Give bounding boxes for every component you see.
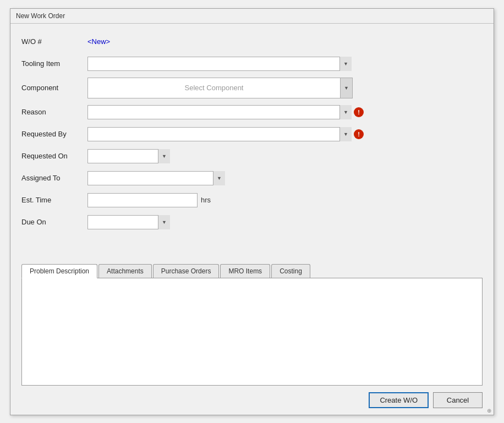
tab-list: Problem Description Attachments Purchase… <box>21 264 483 278</box>
requested-on-dropdown-arrow: ▼ <box>162 153 167 159</box>
due-on-dropdown-btn[interactable]: ▼ <box>158 215 170 229</box>
tab-mro-items[interactable]: MRO Items <box>220 264 270 278</box>
dialog-title: New Work Order <box>16 12 65 20</box>
reason-input[interactable] <box>87 105 352 119</box>
cancel-button[interactable]: Cancel <box>433 392 483 408</box>
assigned-to-row: Assigned To ▼ <box>21 170 483 186</box>
reason-select-wrapper: ▼ <box>87 105 352 119</box>
new-work-order-dialog: New Work Order W/O # <New> Tooling Item … <box>10 8 494 415</box>
tabs-area: Problem Description Attachments Purchase… <box>21 264 483 386</box>
component-row: Component Select Component ▼ <box>21 78 483 98</box>
component-control: Select Component ▼ <box>87 78 483 98</box>
form-area: W/O # <New> Tooling Item 123 ▼ Component <box>10 24 494 259</box>
due-on-select-wrapper: ▼ <box>87 215 170 229</box>
dialog-title-bar: New Work Order <box>10 9 494 24</box>
due-on-dropdown-arrow: ▼ <box>162 219 167 225</box>
requested-by-input[interactable]: -2147483648 <box>87 127 352 141</box>
tab-attachments[interactable]: Attachments <box>98 264 152 278</box>
resize-handle[interactable]: ⊕ <box>487 408 491 414</box>
assigned-to-input[interactable] <box>87 171 225 185</box>
create-wo-button[interactable]: Create W/O <box>369 392 429 408</box>
reason-dropdown-arrow: ▼ <box>343 109 348 115</box>
requested-on-control: 09/14/2017 ▼ <box>87 149 483 163</box>
component-dropdown-arrow: ▼ <box>344 85 349 91</box>
tooling-item-control: 123 ▼ <box>87 57 483 71</box>
est-time-input[interactable]: 0.00 <box>87 193 198 207</box>
est-time-label: Est. Time <box>21 196 87 204</box>
component-placeholder: Select Component <box>185 84 244 92</box>
est-time-row: Est. Time 0.00 hrs <box>21 192 483 208</box>
reason-control: ▼ ! <box>87 105 483 119</box>
tab-costing[interactable]: Costing <box>271 264 310 278</box>
requested-by-error-icon: ! <box>354 129 364 139</box>
est-time-control: 0.00 hrs <box>87 193 483 207</box>
component-label: Component <box>21 84 87 92</box>
tooling-item-label: Tooling Item <box>21 59 87 68</box>
requested-on-row: Requested On 09/14/2017 ▼ <box>21 148 483 164</box>
problem-description-textarea[interactable] <box>26 283 478 379</box>
tooling-item-row: Tooling Item 123 ▼ <box>21 56 483 72</box>
component-wrapper: Select Component ▼ <box>87 78 353 98</box>
wo-row: W/O # <New> <box>21 34 483 50</box>
requested-on-select-wrapper: 09/14/2017 ▼ <box>87 149 170 163</box>
reason-dropdown-btn[interactable]: ▼ <box>339 105 352 119</box>
requested-by-dropdown-arrow: ▼ <box>343 131 348 137</box>
wo-value-wrap: <New> <box>87 37 483 46</box>
wo-label: W/O # <box>21 37 87 46</box>
tooling-item-dropdown-btn[interactable]: ▼ <box>339 57 352 71</box>
reason-label: Reason <box>21 108 87 116</box>
component-select-input[interactable]: Select Component <box>87 78 341 98</box>
requested-by-control: -2147483648 ▼ ! <box>87 127 483 141</box>
due-on-control: ▼ <box>87 215 483 229</box>
wo-value: <New> <box>87 37 110 46</box>
requested-by-label: Requested By <box>21 130 87 138</box>
tab-purchase-orders[interactable]: Purchase Orders <box>153 264 220 278</box>
reason-error-icon: ! <box>354 107 364 117</box>
assigned-to-control: ▼ <box>87 171 483 185</box>
assigned-to-select-wrapper: ▼ <box>87 171 225 185</box>
assigned-to-dropdown-btn[interactable]: ▼ <box>213 171 225 185</box>
component-dropdown-btn[interactable]: ▼ <box>341 78 353 98</box>
requested-on-label: Requested On <box>21 152 87 160</box>
button-row: Create W/O Cancel <box>10 386 494 415</box>
reason-row: Reason ▼ ! <box>21 104 483 120</box>
tooling-item-input[interactable]: 123 <box>87 57 352 71</box>
est-time-unit: hrs <box>201 196 211 204</box>
tooling-item-dropdown-arrow: ▼ <box>343 61 348 67</box>
due-on-row: Due On ▼ <box>21 214 483 230</box>
assigned-to-label: Assigned To <box>21 174 87 182</box>
tooling-item-select-wrapper: 123 ▼ <box>87 57 352 71</box>
requested-by-row: Requested By -2147483648 ▼ ! <box>21 126 483 142</box>
requested-on-dropdown-btn[interactable]: ▼ <box>158 149 170 163</box>
assigned-to-dropdown-arrow: ▼ <box>217 175 222 181</box>
requested-by-dropdown-btn[interactable]: ▼ <box>339 127 352 141</box>
requested-by-select-wrapper: -2147483648 ▼ <box>87 127 352 141</box>
tab-content-problem-description[interactable] <box>21 278 483 386</box>
due-on-label: Due On <box>21 218 87 226</box>
tab-problem-description[interactable]: Problem Description <box>21 264 97 278</box>
